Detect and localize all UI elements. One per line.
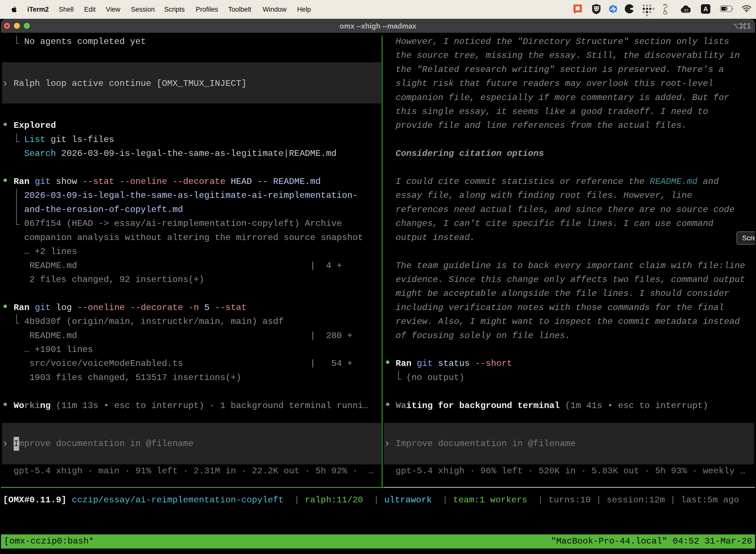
- svg-text:..61: ..61: [682, 8, 689, 12]
- svg-text:A: A: [703, 5, 708, 12]
